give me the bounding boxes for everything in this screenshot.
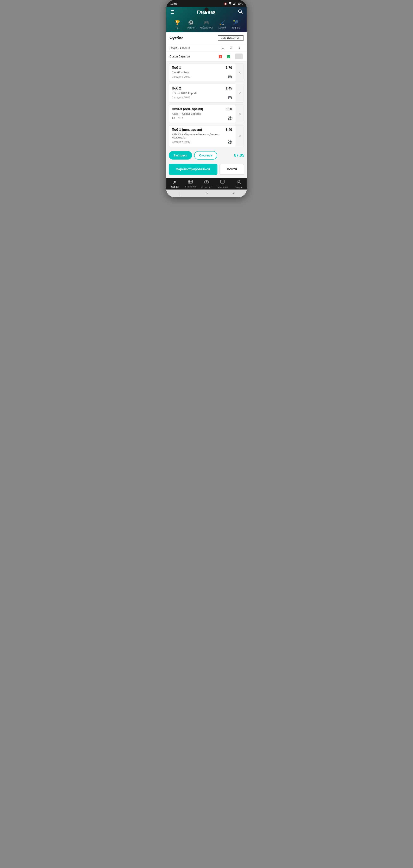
svg-point-4 [239, 10, 241, 12]
bet-score-3: 1:0 72:59 [172, 117, 183, 120]
bet-time-4: Сегодня в 19:30 [172, 141, 190, 144]
tab-football[interactable]: ⚽ Футбол [185, 19, 197, 32]
league-col-1: 1 [219, 46, 227, 49]
esport-icon: 🎮 [204, 20, 209, 25]
bet-time-row-2: Сегодня в 20:00 🎮 [172, 95, 232, 100]
android-back-btn[interactable]: < [232, 191, 235, 195]
bottom-nav-account[interactable]: Аккаунт [233, 180, 245, 189]
home-nav-label: Главная [170, 186, 179, 188]
league-row: Россия. 1-я лига 1 X 2 [166, 44, 247, 52]
bet-type-4: Поб 1 (осн. время) [172, 128, 202, 132]
bet-cards-container: Поб 1 1.70 Cloud9 – SAW Сегодня в 20:00 … [166, 63, 247, 147]
hamburger-icon[interactable]: ☰ [170, 9, 174, 15]
account-nav-icon [236, 180, 241, 185]
tab-tennis-label: Теннис [232, 26, 240, 29]
football-section-header: Футбол ВСЕ СОБЫТИЯ [166, 32, 247, 44]
bet-type-row-1: Поб 1 1.70 [172, 66, 232, 70]
league-name: Россия. 1-я лига [170, 46, 219, 49]
esport-sport-icon-1: 🎮 [228, 74, 232, 79]
league-col-x: X [227, 46, 235, 49]
bet-card-3-remove[interactable]: ✕ [235, 105, 244, 123]
all-events-button[interactable]: ВСЕ СОБЫТИЯ [218, 35, 243, 41]
svg-rect-3 [236, 2, 236, 5]
soccer-sport-icon-4: ⚽ [228, 140, 232, 144]
svg-line-13 [207, 181, 208, 182]
hockey-icon: 🏑 [219, 20, 225, 25]
bet-match-3: Акрон – Сокол Саратов [172, 112, 232, 115]
bet-odds-3: 8.00 [226, 107, 232, 111]
bet-time-row-4: Сегодня в 19:30 ⚽ [172, 140, 232, 144]
bet-mode-row: Экспресс Система 67.05 [166, 149, 247, 162]
trophy-icon: 🏆 [174, 20, 180, 25]
bet-type-row-2: Поб 2 1.45 [172, 87, 232, 90]
tab-top[interactable]: 🏆 Топ [171, 19, 183, 32]
search-icon[interactable] [238, 9, 243, 15]
close-icon-3[interactable]: ✕ [238, 112, 241, 116]
bet-card-2-remove[interactable]: ✕ [235, 84, 244, 102]
bottom-nav-all-matches[interactable]: Все матчи [184, 180, 197, 189]
svg-rect-2 [235, 3, 235, 5]
bet-time-2: Сегодня в 20:00 [172, 96, 190, 99]
svg-rect-0 [233, 4, 234, 5]
bet-card-3: Ничья (осн. время) 8.00 Акрон – Сокол Са… [169, 104, 244, 123]
status-bar: 19:06 🔇 61% [166, 0, 247, 7]
bet-odds-2: 1.45 [226, 87, 232, 90]
bet-card-2-main: Поб 2 1.45 KOI – FURIA Esports Сегодня в… [169, 84, 235, 102]
tab-hockey-label: Хоккей [218, 26, 226, 29]
close-icon-1[interactable]: ✕ [238, 71, 241, 74]
phone-frame: 19:06 🔇 61% ☰ [166, 0, 247, 197]
android-home-btn[interactable]: ○ [206, 191, 208, 195]
wifi-icon [228, 2, 232, 6]
express-button[interactable]: Экспресс [169, 151, 192, 159]
match-partial-row[interactable]: Сокол Саратов 1 0 [166, 52, 247, 62]
svg-point-20 [238, 180, 240, 182]
bet-odds-1: 1.70 [226, 66, 232, 70]
tab-tennis[interactable]: 🎾 Теннис [230, 19, 242, 32]
bet-odds-4: 3.40 [226, 128, 232, 132]
bet-time-row-1: Сегодня в 20:00 🎮 [172, 74, 232, 79]
all-matches-nav-icon [188, 180, 193, 185]
mute-icon: 🔇 [224, 2, 227, 5]
svg-rect-1 [234, 3, 235, 5]
bet-type-3: Ничья (осн. время) [172, 107, 203, 111]
odds-placeholder [235, 54, 243, 59]
bet-card-1-remove[interactable]: ✕ [235, 63, 244, 82]
bet-time-row-3: 1:0 72:59 ⚽ [172, 116, 232, 121]
tab-esport[interactable]: 🎮 Киберспорт [199, 19, 214, 32]
android-recent-btn[interactable]: ||| [178, 191, 181, 195]
tab-football-label: Футбол [187, 26, 195, 29]
auth-row: Зарегистрироваться Войти [166, 162, 247, 178]
tab-esport-label: Киберспорт [200, 26, 213, 29]
match-name: Сокол Саратов [170, 55, 219, 58]
tennis-icon: 🎾 [233, 20, 239, 25]
bet-match-2: KOI – FURIA Esports [172, 92, 232, 95]
all-matches-nav-label: Все матчи [185, 185, 196, 188]
bet-card-4-remove[interactable]: ✕ [235, 125, 244, 147]
status-time: 19:06 [170, 2, 177, 5]
bottom-nav-home[interactable]: ↗ Главная [168, 180, 180, 189]
league-col-2: 2 [235, 46, 243, 49]
svg-line-5 [241, 12, 242, 13]
total-odds: 67.05 [234, 153, 244, 158]
bet-match-1: Cloud9 – SAW [172, 71, 232, 74]
games24-nav-label: Игры 24/7 [201, 186, 212, 189]
close-icon-2[interactable]: ✕ [238, 91, 241, 95]
bet-type-1: Поб 1 [172, 66, 181, 70]
match-score-2: 0 [227, 55, 235, 58]
status-icons: 🔇 61% [224, 2, 243, 6]
bottom-nav-my-bets[interactable]: Мои пари [216, 180, 229, 189]
bet-card-2: Поб 2 1.45 KOI – FURIA Esports Сегодня в… [169, 84, 244, 102]
bottom-navigation: ↗ Главная Все матчи [166, 178, 247, 189]
tab-hockey[interactable]: 🏑 Хоккей [216, 19, 228, 32]
esport-sport-icon-2: 🎮 [228, 95, 232, 100]
battery-label: 61% [238, 2, 243, 5]
close-icon-4[interactable]: ✕ [238, 134, 241, 138]
login-button[interactable]: Войти [219, 164, 244, 175]
register-button[interactable]: Зарегистрироваться [169, 164, 217, 175]
system-button[interactable]: Система [194, 151, 217, 159]
my-bets-nav-label: Мои пари [218, 186, 228, 188]
bottom-nav-games24[interactable]: Игры 24/7 [200, 180, 213, 189]
games24-nav-icon [204, 180, 209, 185]
bet-card-4: Поб 1 (осн. время) 3.40 КАМАЗ Набережные… [169, 125, 244, 147]
bet-mode-buttons: Экспресс Система [169, 151, 217, 159]
